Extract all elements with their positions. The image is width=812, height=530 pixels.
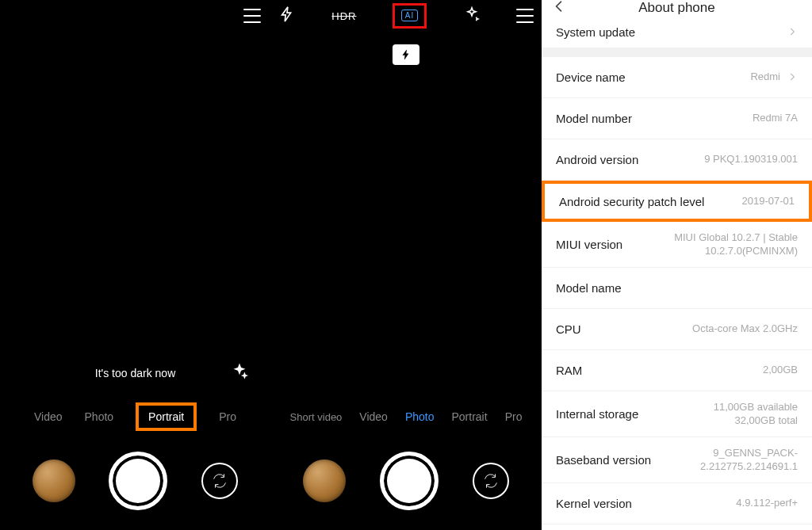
menu-icon[interactable] [243,9,261,23]
camera-mode-strip: Video Photo Portrait Pro [0,398,270,435]
ai-toggle-highlight: AI [393,3,427,29]
ai-toggle[interactable]: AI [401,10,418,21]
row-model-name[interactable]: Model name [542,268,812,309]
shutter-row [0,441,270,520]
camera-photo-screen: HDR AI Short video Video Photo Portrait … [270,0,542,530]
row-value: 9 PKQ1.190319.001 [704,153,798,166]
camera-mode-strip: Short video Video Photo Portrait Pro [270,398,542,435]
row-miui-version[interactable]: MIUI version MIUI Global 10.2.7 | Stable… [542,222,812,268]
row-label: CPU [556,322,581,336]
mode-portrait[interactable]: Portrait [452,410,488,423]
camera-top-bar: HDR AI [270,0,542,32]
gallery-thumbnail[interactable] [33,459,75,502]
row-value: 4.9.112-perf+ [736,497,798,510]
beautify-icon[interactable] [231,363,248,383]
shutter-button[interactable] [109,452,167,510]
row-label: System update [556,25,635,39]
row-kernel-version[interactable]: Kernel version 4.9.112-perf+ [542,483,812,524]
mode-photo[interactable]: Photo [405,410,435,423]
row-android-version[interactable]: Android version 9 PKQ1.190319.001 [542,139,812,181]
row-status[interactable]: Status Phone number, signal, etc. [542,524,812,530]
row-label: Android version [556,153,638,166]
row-label: Device name [556,71,626,84]
camera-top-bar [0,0,270,32]
camera-portrait-screen: It's too dark now Video Photo Portrait P… [0,0,270,530]
row-value: Redmi 7A [753,112,798,125]
mode-pro[interactable]: Pro [505,410,523,423]
row-internal-storage[interactable]: Internal storage 11,00GB available 32,00… [542,391,812,437]
mode-video[interactable]: Video [34,410,63,423]
row-label: Baseband version [556,453,651,467]
row-system-update[interactable]: System update [542,16,812,57]
switch-camera-icon[interactable] [201,463,238,499]
flash-icon[interactable] [278,6,296,26]
hdr-toggle[interactable]: HDR [331,10,356,22]
about-phone-screen: About phone System update Device name Re… [542,0,812,530]
mode-pro[interactable]: Pro [219,410,236,423]
mode-portrait[interactable]: Portrait [136,402,197,431]
flash-auto-chip[interactable] [393,44,419,65]
row-value: 2019-07-01 [742,195,795,208]
row-label: Model name [556,281,622,295]
row-label: Internal storage [556,407,638,421]
menu-icon[interactable] [516,9,534,23]
row-value: 11,00GB available 32,00GB total [714,401,798,428]
settings-header: About phone [542,0,812,16]
row-cpu[interactable]: CPU Octa-core Max 2.0GHz [542,309,812,350]
row-value: 2,00GB [763,364,798,377]
row-value: Redmi [750,71,780,84]
back-icon[interactable] [551,0,570,17]
row-security-patch[interactable]: Android security patch level 2019-07-01 [542,181,812,222]
page-title: About phone [638,0,714,16]
row-baseband-version[interactable]: Baseband version 9_GENNS_PACK-2.212775.2… [542,437,812,483]
switch-camera-icon[interactable] [473,463,509,499]
row-label: Kernel version [556,497,632,510]
row-label: RAM [556,364,582,377]
shutter-button[interactable] [380,452,439,510]
row-device-name[interactable]: Device name Redmi [542,57,812,98]
row-value: 9_GENNS_PACK-2.212775.2.214691.1 [667,447,798,474]
chevron-right-icon [787,26,798,37]
row-label: Model number [556,112,632,125]
row-value: MIUI Global 10.2.7 | Stable 10.2.7.0(PCM… [667,231,798,258]
gallery-thumbnail[interactable] [303,459,346,502]
shutter-row [270,441,542,520]
row-model-number[interactable]: Model number Redmi 7A [542,98,812,139]
filters-icon[interactable] [463,6,481,26]
chevron-right-icon [787,71,798,82]
row-value: Octa-core Max 2.0GHz [692,322,798,336]
row-ram[interactable]: RAM 2,00GB [542,350,812,391]
viewfinder-warning: It's too dark now [0,367,270,379]
row-label: Android security patch level [559,195,704,208]
mode-short-video[interactable]: Short video [290,411,343,423]
mode-photo[interactable]: Photo [85,410,114,423]
mode-video[interactable]: Video [359,410,388,423]
row-label: MIUI version [556,238,622,251]
